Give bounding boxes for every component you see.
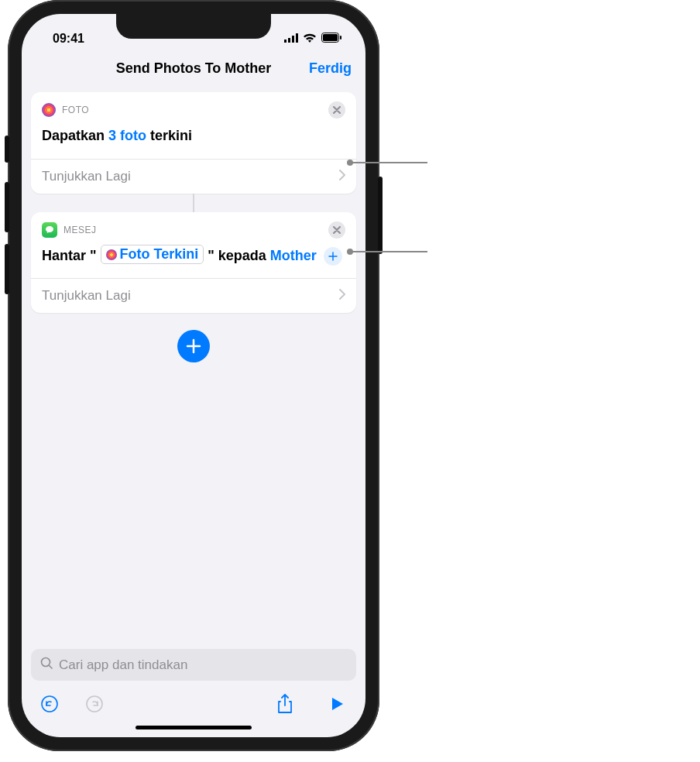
search-icon xyxy=(40,657,53,673)
show-more-label: Tunjukkan Lagi xyxy=(42,288,131,304)
messages-app-icon xyxy=(42,222,57,238)
notch xyxy=(116,14,271,39)
action-connector xyxy=(193,194,194,212)
svg-rect-3 xyxy=(296,33,298,43)
magic-variable-token[interactable]: Foto Terkini xyxy=(101,245,204,264)
token-label: Foto Terkini xyxy=(120,245,199,263)
action-summary: Hantar " Foto Terkini " kepada Mother xyxy=(42,245,345,268)
home-indicator[interactable] xyxy=(136,726,252,729)
volume-down-button[interactable] xyxy=(5,244,9,294)
photos-token-icon xyxy=(106,249,117,260)
chevron-right-icon xyxy=(339,169,345,184)
svg-rect-2 xyxy=(292,36,294,43)
run-button[interactable] xyxy=(327,693,348,715)
app-label: FOTO xyxy=(62,105,89,115)
photos-app-icon xyxy=(42,103,56,117)
text-mid: " kepada xyxy=(208,248,266,263)
add-recipient-button[interactable] xyxy=(324,247,342,266)
search-placeholder: Cari app dan tindakan xyxy=(59,657,187,673)
redo-button xyxy=(84,693,105,715)
callout-line xyxy=(350,162,427,163)
show-more-row[interactable]: Tunjukkan Lagi xyxy=(31,278,356,313)
shortcut-editor: FOTO Dapatkan 3 foto terkini Tunjukkan L… xyxy=(22,83,365,649)
phone-screen: 09:41 Send Photos To Mother Ferdig xyxy=(22,14,365,737)
action-summary: Dapatkan 3 foto terkini xyxy=(42,125,345,148)
add-action-button[interactable] xyxy=(177,330,210,362)
svg-point-10 xyxy=(87,696,102,712)
text-prefix: Hantar " xyxy=(42,248,97,263)
text-suffix: terkini xyxy=(150,128,192,143)
show-more-label: Tunjukkan Lagi xyxy=(42,169,131,184)
search-bar[interactable]: Cari app dan tindakan xyxy=(31,649,356,681)
remove-action-button[interactable] xyxy=(328,221,345,239)
svg-rect-0 xyxy=(284,39,287,43)
share-button[interactable] xyxy=(274,693,296,715)
action-card-photos: FOTO Dapatkan 3 foto terkini Tunjukkan L… xyxy=(31,92,356,194)
show-more-row[interactable]: Tunjukkan Lagi xyxy=(31,159,356,194)
power-button[interactable] xyxy=(378,177,383,254)
app-label: MESEJ xyxy=(63,225,97,235)
done-button[interactable]: Ferdig xyxy=(309,60,352,77)
svg-rect-6 xyxy=(340,36,341,39)
volume-up-button[interactable] xyxy=(5,182,9,232)
battery-icon xyxy=(321,32,342,46)
text-prefix: Dapatkan xyxy=(42,128,105,143)
wifi-icon xyxy=(303,32,317,46)
callout-line xyxy=(350,251,427,252)
silent-switch[interactable] xyxy=(5,136,9,163)
photo-count-param[interactable]: 3 foto xyxy=(108,128,146,143)
status-time: 09:41 xyxy=(53,32,84,46)
chevron-right-icon xyxy=(339,288,345,304)
nav-bar: Send Photos To Mother Ferdig xyxy=(22,51,365,83)
svg-line-8 xyxy=(49,665,52,668)
phone-frame: 09:41 Send Photos To Mother Ferdig xyxy=(8,0,379,751)
svg-rect-1 xyxy=(288,38,290,43)
recipient-param[interactable]: Mother xyxy=(270,248,317,263)
action-card-messages: MESEJ Hantar " Foto Terkini " kepada Mot… xyxy=(31,212,356,314)
svg-point-9 xyxy=(42,696,57,712)
toolbar xyxy=(22,685,365,721)
remove-action-button[interactable] xyxy=(328,101,345,118)
cellular-icon xyxy=(284,32,298,46)
undo-button[interactable] xyxy=(39,693,60,715)
svg-rect-5 xyxy=(323,34,338,41)
